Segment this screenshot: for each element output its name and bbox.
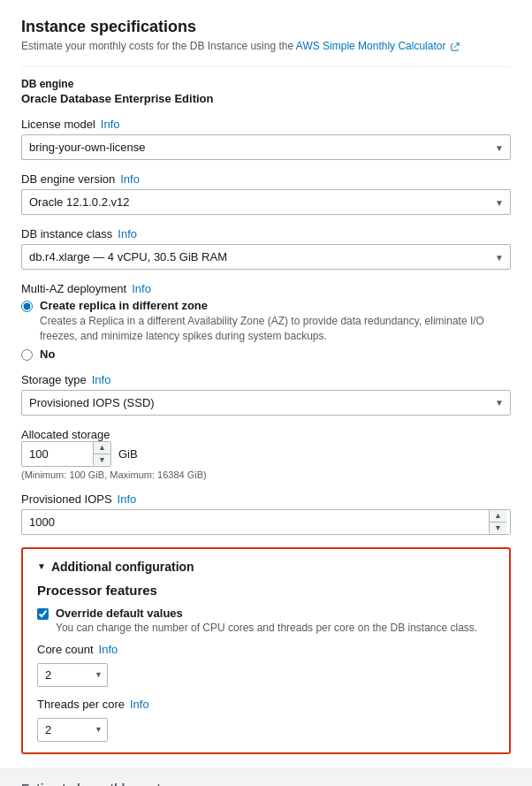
- page-title: Instance specifications: [21, 18, 511, 36]
- calculator-link[interactable]: AWS Simple Monthly Calculator: [296, 40, 446, 52]
- license-model-field: License model Info bring-your-own-licens…: [21, 118, 511, 160]
- allocated-storage-decrement[interactable]: ▼: [94, 454, 110, 466]
- allocated-storage-unit: GiB: [118, 447, 138, 461]
- threads-per-core-label: Threads per core: [37, 698, 125, 711]
- db-instance-class-field: DB instance class Info db.r4.xlarge — 4 …: [21, 227, 511, 270]
- license-model-label: License model: [21, 118, 95, 131]
- allocated-storage-hint: (Minimum: 100 GiB, Maximum: 16384 GiB): [21, 469, 511, 480]
- collapse-arrow-icon: ▼: [37, 561, 46, 571]
- estimated-costs-label: Estimated monthly costs: [21, 782, 511, 786]
- processor-features-title: Processor features: [37, 583, 495, 598]
- storage-type-select[interactable]: Provisioned IOPS (SSD) General Purpose (…: [21, 390, 511, 416]
- additional-config-header[interactable]: ▼ Additional configuration: [37, 560, 495, 574]
- additional-config-title: Additional configuration: [51, 560, 194, 574]
- db-engine-version-select-wrapper: Oracle 12.1.0.2.v12 ▼: [21, 189, 511, 215]
- core-count-info[interactable]: Info: [99, 643, 118, 656]
- multi-az-info[interactable]: Info: [132, 282, 151, 295]
- multi-az-label: Multi-AZ deployment: [21, 282, 126, 295]
- core-count-field: Core count Info 1 2 4 8 ▼: [37, 643, 495, 687]
- multi-az-option-1-desc: Creates a Replica in a different Availab…: [40, 314, 511, 344]
- license-model-select-wrapper: bring-your-own-license license-included …: [21, 134, 511, 160]
- storage-type-select-wrapper: Provisioned IOPS (SSD) General Purpose (…: [21, 390, 511, 416]
- storage-type-label: Storage type: [21, 373, 87, 386]
- override-default-values-row: Override default values You can change t…: [37, 607, 495, 634]
- core-count-select-wrapper: 1 2 4 8 ▼: [37, 663, 108, 687]
- db-engine-value: Oracle Database Enterprise Edition: [21, 92, 511, 105]
- threads-per-core-select[interactable]: 1 2: [37, 718, 108, 742]
- multi-az-field: Multi-AZ deployment Info Create replica …: [21, 282, 511, 361]
- license-model-info[interactable]: Info: [101, 118, 120, 131]
- db-instance-class-label: DB instance class: [21, 227, 112, 240]
- multi-az-radio-yes[interactable]: [21, 301, 33, 312]
- provisioned-iops-input[interactable]: [22, 510, 489, 534]
- multi-az-radio-group: Create replica in different zone Creates…: [21, 299, 511, 361]
- multi-az-option-2-label: No: [40, 347, 55, 361]
- license-model-select[interactable]: bring-your-own-license license-included: [21, 134, 511, 160]
- allocated-storage-spinners: ▲ ▼: [93, 442, 110, 466]
- page-subtitle: Estimate your monthly costs for the DB I…: [21, 40, 511, 52]
- override-default-values-label: Override default values: [56, 607, 477, 620]
- allocated-storage-row: ▲ ▼ GiB: [21, 441, 511, 467]
- db-engine-version-info[interactable]: Info: [120, 172, 140, 186]
- estimated-costs-bar: Estimated monthly costs: [0, 768, 532, 786]
- allocated-storage-label: Allocated storage: [21, 428, 511, 441]
- core-count-label: Core count: [37, 643, 94, 656]
- multi-az-option-1-label: Create replica in different zone: [40, 299, 511, 312]
- storage-type-info[interactable]: Info: [92, 373, 111, 386]
- additional-config-box: ▼ Additional configuration Processor fea…: [21, 547, 511, 754]
- db-engine-version-label: DB engine version: [21, 172, 115, 186]
- allocated-storage-input[interactable]: [22, 442, 93, 466]
- provisioned-iops-info[interactable]: Info: [118, 492, 137, 506]
- db-engine-field: DB engine Oracle Database Enterprise Edi…: [21, 78, 511, 105]
- multi-az-option-2: No: [21, 347, 511, 361]
- core-count-select[interactable]: 1 2 4 8: [37, 663, 108, 687]
- db-engine-version-field: DB engine version Info Oracle 12.1.0.2.v…: [21, 172, 511, 215]
- external-link-icon: [451, 42, 460, 51]
- multi-az-radio-no[interactable]: [21, 349, 33, 361]
- override-default-values-checkbox[interactable]: [37, 608, 49, 620]
- db-engine-version-select[interactable]: Oracle 12.1.0.2.v12: [21, 189, 511, 215]
- provisioned-iops-label: Provisioned IOPS: [21, 492, 112, 506]
- storage-type-field: Storage type Info Provisioned IOPS (SSD)…: [21, 373, 511, 416]
- threads-per-core-info[interactable]: Info: [130, 698, 149, 711]
- section-header: Instance specifications Estimate your mo…: [21, 18, 511, 52]
- db-instance-class-select[interactable]: db.r4.xlarge — 4 vCPU, 30.5 GiB RAM: [21, 244, 511, 270]
- threads-per-core-select-wrapper: 1 2 ▼: [37, 718, 108, 742]
- db-instance-class-select-wrapper: db.r4.xlarge — 4 vCPU, 30.5 GiB RAM ▼: [21, 244, 511, 270]
- db-instance-class-info[interactable]: Info: [118, 227, 137, 240]
- provisioned-iops-input-wrapper: ▲ ▼: [21, 509, 511, 535]
- provisioned-iops-decrement[interactable]: ▼: [490, 523, 506, 534]
- header-divider: [21, 66, 511, 67]
- threads-per-core-field: Threads per core Info 1 2 ▼: [37, 698, 495, 742]
- provisioned-iops-field: Provisioned IOPS Info ▲ ▼: [21, 492, 511, 535]
- multi-az-option-1: Create replica in different zone Creates…: [21, 299, 511, 344]
- allocated-storage-input-wrapper: ▲ ▼: [21, 441, 111, 467]
- allocated-storage-increment[interactable]: ▲: [94, 442, 110, 454]
- core-fields-container: Core count Info 1 2 4 8 ▼ Threads per co…: [37, 643, 495, 742]
- provisioned-iops-spinners: ▲ ▼: [489, 510, 506, 534]
- provisioned-iops-increment[interactable]: ▲: [490, 510, 506, 523]
- allocated-storage-field: Allocated storage ▲ ▼ GiB (Minimum: 100 …: [21, 428, 511, 480]
- override-default-values-desc: You can change the number of CPU cores a…: [56, 622, 477, 634]
- db-engine-label: DB engine: [21, 78, 511, 90]
